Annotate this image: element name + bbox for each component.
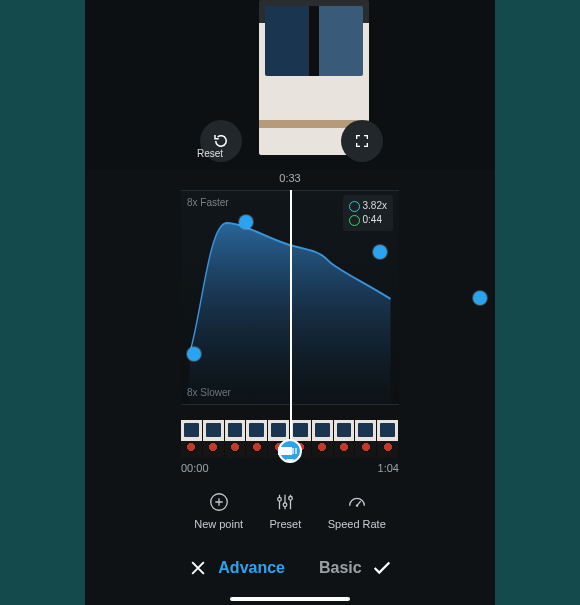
cancel-button[interactable]: [181, 558, 215, 578]
svg-point-1: [278, 497, 282, 501]
tab-advance[interactable]: Advance: [218, 559, 285, 577]
reset-label: Reset: [197, 148, 223, 159]
check-icon: [371, 557, 393, 579]
tool-label: Speed Rate: [328, 518, 386, 530]
tool-label: Preset: [270, 518, 302, 530]
svg-point-4: [356, 504, 358, 506]
handle-icon: [288, 446, 298, 456]
timeline-start: 00:00: [181, 462, 209, 474]
timeline-end: 1:04: [378, 462, 399, 474]
control-point[interactable]: [187, 347, 201, 361]
tools-row: New point Preset Speed Rate: [181, 490, 399, 542]
new-point-button[interactable]: New point: [194, 490, 243, 542]
filmstrip-frame: [355, 420, 377, 458]
playhead[interactable]: [290, 190, 292, 458]
tool-label: New point: [194, 518, 243, 530]
home-indicator[interactable]: [230, 597, 350, 601]
speedometer-icon: [345, 490, 369, 514]
svg-point-3: [289, 497, 293, 501]
playhead-time: 0:33: [85, 172, 495, 184]
control-point[interactable]: [239, 215, 253, 229]
playhead-caret-icon: [286, 459, 294, 467]
preset-button[interactable]: Preset: [270, 490, 302, 542]
speed-rate-button[interactable]: Speed Rate: [328, 490, 386, 542]
svg-point-2: [284, 503, 288, 507]
filmstrip-frame: [203, 420, 225, 458]
app-screen: Reset 0:33 8x Faster 8x Slower 3.82x 0:4…: [85, 0, 495, 605]
confirm-button[interactable]: [365, 557, 399, 579]
control-point[interactable]: [373, 245, 387, 259]
filmstrip-frame: [225, 420, 247, 458]
tab-basic[interactable]: Basic: [319, 559, 362, 577]
filmstrip-frame: [334, 420, 356, 458]
close-icon: [188, 558, 208, 578]
filmstrip-frame: [246, 420, 268, 458]
filmstrip-frame: [312, 420, 334, 458]
mode-bar: Advance Basic: [181, 548, 399, 588]
video-preview: Reset: [85, 0, 495, 170]
control-point[interactable]: [473, 291, 487, 305]
filmstrip-frame: [377, 420, 399, 458]
plus-circle-icon: [207, 490, 231, 514]
filmstrip-frame: [181, 420, 203, 458]
sliders-icon: [273, 490, 297, 514]
fullscreen-icon: [354, 133, 370, 149]
fullscreen-button[interactable]: [341, 120, 383, 162]
